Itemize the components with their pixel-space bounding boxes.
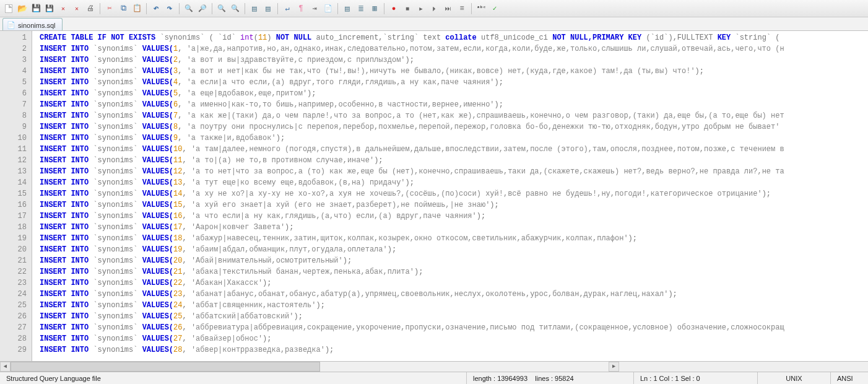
code-line[interactable]: INSERT INTO `synonims` VALUES(28, 'абвер… bbox=[40, 344, 868, 356]
macro-stop-button[interactable] bbox=[401, 2, 414, 15]
code-line[interactable]: INSERT INTO `synonims` VALUES(21, 'абака… bbox=[40, 266, 868, 277]
line-number: 16 bbox=[0, 199, 32, 211]
code-line[interactable]: INSERT INTO `synonims` VALUES(8, 'а поут… bbox=[40, 121, 868, 133]
status-filetype: Structured Query Language file bbox=[0, 372, 467, 384]
zoom-in-button[interactable] bbox=[215, 2, 228, 15]
line-number: 9 bbox=[0, 121, 32, 133]
close-button[interactable] bbox=[57, 2, 69, 15]
folder-button[interactable] bbox=[368, 2, 381, 15]
replace-button[interactable] bbox=[196, 2, 209, 15]
code-line[interactable]: INSERT INTO `synonims` VALUES(17, 'Аарон… bbox=[40, 222, 868, 233]
separator bbox=[146, 3, 147, 14]
scroll-dead-zone bbox=[619, 362, 868, 372]
macro-menu-button[interactable] bbox=[456, 2, 468, 15]
code-line[interactable]: INSERT INTO `synonims` VALUES(14, 'а ху … bbox=[40, 188, 868, 199]
code-line[interactable]: INSERT INTO `synonims` VALUES(7, 'а как … bbox=[40, 110, 868, 121]
code-line[interactable]: INSERT INTO `synonims` VALUES(11, 'а то|… bbox=[40, 155, 868, 166]
line-number: 1 bbox=[0, 32, 32, 43]
code-line[interactable]: INSERT INTO `synonims` VALUES(25, 'аббат… bbox=[40, 311, 868, 322]
main-toolbar bbox=[0, 0, 868, 17]
redo-button[interactable] bbox=[163, 2, 176, 15]
sync-h-button[interactable] bbox=[262, 2, 274, 15]
undo-button[interactable] bbox=[150, 2, 162, 15]
word-wrap-button[interactable] bbox=[281, 2, 293, 15]
scroll-track[interactable] bbox=[11, 362, 609, 372]
separator bbox=[179, 3, 180, 14]
code-line[interactable]: INSERT INTO `synonims` VALUES(15, 'а хуй… bbox=[40, 199, 868, 211]
line-number: 7 bbox=[0, 99, 32, 110]
code-line[interactable]: INSERT INTO `synonims` VALUES(18, 'абажу… bbox=[40, 233, 868, 244]
spellcheck-button[interactable] bbox=[475, 2, 487, 15]
code-line[interactable]: INSERT INTO `synonims` VALUES(10, 'а там… bbox=[40, 144, 868, 155]
save-all-button[interactable] bbox=[43, 2, 56, 15]
line-number: 23 bbox=[0, 277, 32, 289]
separator bbox=[384, 3, 384, 14]
code-line[interactable]: INSERT INTO `synonims` VALUES(24, 'аббат… bbox=[40, 300, 868, 311]
line-number: 18 bbox=[0, 222, 32, 233]
code-line[interactable]: INSERT INTO `synonims` VALUES(9, 'а такж… bbox=[40, 133, 868, 144]
spellcheck-toggle-button[interactable] bbox=[488, 2, 501, 15]
code-line[interactable]: INSERT INTO `synonims` VALUES(2, 'а вот … bbox=[40, 55, 868, 66]
copy-button[interactable] bbox=[117, 2, 129, 15]
indent-guide-button[interactable] bbox=[308, 2, 321, 15]
line-number: 24 bbox=[0, 289, 32, 300]
cut-button[interactable] bbox=[103, 2, 116, 15]
code-line[interactable]: INSERT INTO `synonims` VALUES(1, 'а|же,д… bbox=[40, 43, 868, 55]
code-line[interactable]: INSERT INTO `synonims` VALUES(12, 'а то … bbox=[40, 166, 868, 177]
separator bbox=[212, 3, 212, 14]
horizontal-scrollbar[interactable]: ◄ ► bbox=[0, 361, 868, 372]
line-number: 11 bbox=[0, 144, 32, 155]
line-number: 14 bbox=[0, 177, 32, 188]
scroll-thumb[interactable] bbox=[11, 362, 320, 372]
code-line[interactable]: INSERT INTO `synonims` VALUES(22, 'Абака… bbox=[40, 277, 868, 289]
paste-button[interactable] bbox=[131, 2, 143, 15]
editor[interactable]: 1234567891011121314151617181920212223242… bbox=[0, 31, 868, 361]
line-number: 15 bbox=[0, 188, 32, 199]
macro-play-button[interactable] bbox=[415, 2, 427, 15]
close-all-button[interactable] bbox=[71, 2, 83, 15]
find-button[interactable] bbox=[183, 2, 195, 15]
status-eol: UNIX bbox=[758, 372, 831, 384]
line-number: 13 bbox=[0, 166, 32, 177]
macro-save-button[interactable] bbox=[442, 2, 454, 15]
line-number: 28 bbox=[0, 333, 32, 344]
line-number: 10 bbox=[0, 133, 32, 144]
code-line[interactable]: INSERT INTO `synonims` VALUES(19, 'абаим… bbox=[40, 244, 868, 255]
code-line[interactable]: INSERT INTO `synonims` VALUES(16, 'а что… bbox=[40, 211, 868, 222]
code-line[interactable]: INSERT INTO `synonims` VALUES(13, 'а тут… bbox=[40, 177, 868, 188]
print-button[interactable] bbox=[84, 2, 97, 15]
line-number: 4 bbox=[0, 66, 32, 77]
scroll-right-button[interactable]: ► bbox=[609, 362, 619, 372]
separator bbox=[245, 3, 245, 14]
open-file-button[interactable] bbox=[16, 2, 28, 15]
code-line[interactable]: INSERT INTO `synonims` VALUES(23, 'абана… bbox=[40, 289, 868, 300]
status-length: length : 13964993 lines : 95824 bbox=[467, 372, 634, 384]
code-area[interactable]: CREATE TABLE IF NOT EXISTS `synonims` ( … bbox=[32, 31, 868, 361]
status-bar: Structured Query Language file length : … bbox=[0, 372, 868, 384]
separator bbox=[100, 3, 100, 14]
line-number-gutter: 1234567891011121314151617181920212223242… bbox=[0, 31, 32, 361]
zoom-out-button[interactable] bbox=[229, 2, 241, 15]
func-list-button[interactable] bbox=[355, 2, 367, 15]
save-button[interactable] bbox=[30, 2, 42, 15]
sync-v-button[interactable] bbox=[248, 2, 261, 15]
code-line[interactable]: CREATE TABLE IF NOT EXISTS `synonims` ( … bbox=[40, 32, 868, 43]
doc-map-button[interactable] bbox=[341, 2, 354, 15]
scroll-left-button[interactable]: ◄ bbox=[0, 362, 11, 372]
code-line[interactable]: INSERT INTO `synonims` VALUES(20, 'Абай|… bbox=[40, 255, 868, 266]
macro-record-button[interactable] bbox=[388, 2, 400, 15]
tab-sinonims[interactable]: sinonims.sql bbox=[2, 18, 63, 30]
code-line[interactable]: INSERT INTO `synonims` VALUES(4, 'а если… bbox=[40, 77, 868, 88]
lang-button[interactable] bbox=[322, 2, 334, 15]
line-number: 17 bbox=[0, 211, 32, 222]
separator bbox=[277, 3, 278, 14]
code-line[interactable]: INSERT INTO `synonims` VALUES(3, 'а вот … bbox=[40, 66, 868, 77]
separator bbox=[337, 3, 338, 14]
code-line[interactable]: INSERT INTO `synonims` VALUES(6, 'а имен… bbox=[40, 99, 868, 110]
show-chars-button[interactable] bbox=[295, 2, 307, 15]
code-line[interactable]: INSERT INTO `synonims` VALUES(26, 'аббре… bbox=[40, 322, 868, 333]
code-line[interactable]: INSERT INTO `synonims` VALUES(5, 'а еще|… bbox=[40, 88, 868, 99]
code-line[interactable]: INSERT INTO `synonims` VALUES(27, 'абвай… bbox=[40, 333, 868, 344]
macro-play-multi-button[interactable] bbox=[428, 2, 441, 15]
new-file-button[interactable] bbox=[2, 2, 15, 15]
